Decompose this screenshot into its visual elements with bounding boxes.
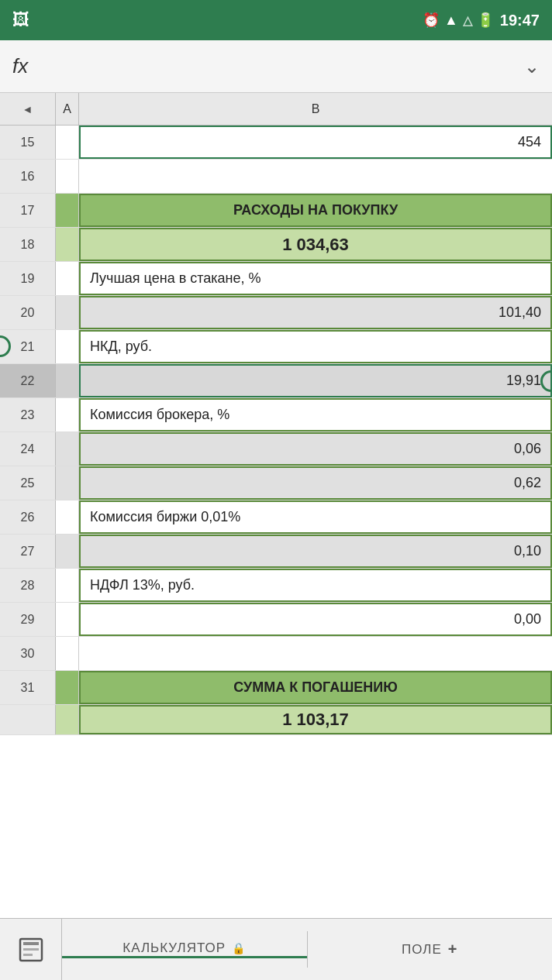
col-a-label: A [63, 102, 71, 116]
tab-field[interactable]: ПОЛЕ + [308, 940, 553, 958]
row-number: 31 [0, 671, 56, 704]
cell-расходы-header[interactable]: РАСХОДЫ НА ПОКУПКУ [79, 194, 552, 227]
plus-icon: + [448, 940, 458, 958]
col-a-cell[interactable] [56, 126, 79, 159]
row-number: 22 [0, 364, 56, 397]
row-num-header: ◄ [0, 93, 56, 125]
handle-circle-right[interactable] [540, 370, 552, 392]
cell-b23[interactable]: Комиссия брокера, % [79, 398, 552, 432]
table-row[interactable]: 22 19,91 [0, 364, 552, 398]
row-number: 20 [0, 296, 56, 329]
row-number [0, 705, 56, 734]
col-a-cell[interactable] [56, 535, 79, 568]
table-row: 25 0,62 [0, 466, 552, 500]
tab-field-label: ПОЛЕ [402, 942, 442, 958]
cell-сумма-header[interactable]: СУММА К ПОГАШЕНИЮ [79, 671, 552, 704]
row-number: 26 [0, 500, 56, 534]
tab-calculator[interactable]: КАЛЬКУЛЯТОР 🔒 [62, 940, 307, 958]
handle-circle-left[interactable] [0, 335, 11, 357]
col-a-cell[interactable] [56, 466, 79, 500]
cell-b20[interactable]: 101,40 [79, 296, 552, 329]
row-number: 24 [0, 432, 56, 466]
cell-b29[interactable]: 0,00 [79, 603, 552, 636]
cell-b19[interactable]: Лучшая цена в стакане, % [79, 262, 552, 295]
column-headers: ◄ A B [0, 93, 552, 126]
formula-bar: fx ⌄ [0, 40, 552, 93]
table-row: 26 Комиссия биржи 0,01% [0, 500, 552, 535]
col-a-cell[interactable] [56, 228, 79, 261]
table-row: 16 [0, 160, 552, 194]
spreadsheet: ◄ A B 15 454 16 17 РАСХОДЫ НА ПОКУПКУ [0, 93, 552, 951]
lock-icon: 🔒 [232, 942, 246, 954]
table-row: 29 0,00 [0, 603, 552, 637]
tab-calculator-label: КАЛЬКУЛЯТОР [122, 940, 226, 956]
col-a-cell[interactable] [56, 364, 79, 397]
row-number: 15 [0, 126, 56, 159]
table-row: 30 [0, 637, 552, 671]
tab-bar: КАЛЬКУЛЯТОР 🔒 ПОЛЕ + [0, 918, 552, 980]
row-number: 16 [0, 160, 56, 193]
row-number: 21 [0, 330, 56, 363]
col-a-cell[interactable] [56, 569, 79, 602]
row-number: 30 [0, 637, 56, 670]
col-a-cell[interactable] [56, 330, 79, 363]
triangle-icon: ◄ [22, 103, 33, 115]
cell-b21[interactable]: НКД, руб. [79, 330, 552, 363]
row-number: 25 [0, 466, 56, 500]
cell-total-buy[interactable]: 1 034,63 [79, 228, 552, 261]
row-number: 17 [0, 194, 56, 227]
col-a-cell[interactable] [56, 262, 79, 295]
status-bar-right: ⏰ ▲ △ 🔋 19:47 [423, 12, 540, 29]
table-row: 1 103,17 [0, 705, 552, 735]
cell-b26[interactable]: Комиссия биржи 0,01% [79, 500, 552, 534]
sheets-icon[interactable] [0, 919, 62, 980]
cell-total-redeem[interactable]: 1 103,17 [79, 705, 552, 734]
col-a-cell[interactable] [56, 671, 79, 704]
cell-b22[interactable]: 19,91 [79, 364, 552, 397]
svg-rect-2 [23, 948, 39, 951]
status-bar-left: 🖼 [12, 10, 29, 30]
row-number: 23 [0, 398, 56, 432]
table-row: 19 Лучшая цена в стакане, % [0, 262, 552, 296]
col-a-cell[interactable] [56, 500, 79, 534]
spreadsheet-body: 15 454 16 17 РАСХОДЫ НА ПОКУПКУ 18 1 034… [0, 126, 552, 951]
photo-icon: 🖼 [12, 10, 29, 30]
col-a-cell[interactable] [56, 603, 79, 636]
row-number: 19 [0, 262, 56, 295]
cell-b27[interactable]: 0,10 [79, 535, 552, 568]
table-row: 27 0,10 [0, 535, 552, 569]
col-b-header[interactable]: B [79, 93, 552, 125]
col-a-cell[interactable] [56, 398, 79, 432]
cell-b15[interactable]: 454 [79, 126, 552, 159]
svg-rect-3 [23, 954, 33, 956]
col-a-cell[interactable] [56, 194, 79, 227]
cell-b28[interactable]: НДФЛ 13%, руб. [79, 569, 552, 602]
table-row: 18 1 034,63 [0, 228, 552, 262]
col-a-cell[interactable] [56, 637, 79, 670]
table-row: 15 454 [0, 126, 552, 160]
row-number: 29 [0, 603, 56, 636]
table-row: 23 Комиссия брокера, % [0, 398, 552, 432]
table-row: 28 НДФЛ 13%, руб. [0, 569, 552, 603]
status-bar: 🖼 ⏰ ▲ △ 🔋 19:47 [0, 0, 552, 40]
alarm-icon: ⏰ [423, 12, 440, 29]
chevron-down-icon[interactable]: ⌄ [524, 56, 540, 77]
col-b-label: B [312, 102, 320, 116]
status-icons: ⏰ ▲ △ 🔋 [423, 12, 494, 29]
table-row: 24 0,06 [0, 432, 552, 466]
svg-rect-1 [23, 942, 39, 945]
cell-b24[interactable]: 0,06 [79, 432, 552, 466]
table-row: 20 101,40 [0, 296, 552, 330]
row-number: 28 [0, 569, 56, 602]
col-a-cell[interactable] [56, 705, 79, 734]
col-a-cell[interactable] [56, 160, 79, 193]
battery-icon: 🔋 [477, 12, 494, 29]
col-a-cell[interactable] [56, 432, 79, 466]
table-row: 21 НКД, руб. [0, 330, 552, 364]
cell-b25[interactable]: 0,62 [79, 466, 552, 500]
cell-b16[interactable] [79, 160, 552, 193]
col-a-header[interactable]: A [56, 93, 79, 125]
col-a-cell[interactable] [56, 296, 79, 329]
cell-b30[interactable] [79, 637, 552, 670]
table-row: 17 РАСХОДЫ НА ПОКУПКУ [0, 194, 552, 228]
